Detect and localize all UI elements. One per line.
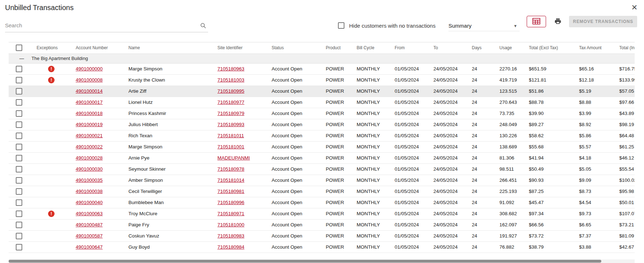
horizontal-scrollbar-thumb[interactable]	[9, 260, 601, 263]
status-cell: Account Open	[272, 119, 326, 130]
site-identifier-link[interactable]: 7105180981	[217, 189, 244, 194]
table-row[interactable]: 4901000028 Arnie Pye MADEUPANMI Account …	[9, 152, 635, 163]
table-row[interactable]: 4901000021 Rich Texan 7105181011 Account…	[9, 130, 635, 141]
excel-icon	[532, 18, 540, 26]
table-row[interactable]: 4901000040 Bumblebee Man 7105180996 Acco…	[9, 197, 635, 208]
row-checkbox[interactable]	[16, 188, 22, 195]
site-identifier-link[interactable]: 7105180993	[217, 122, 244, 127]
row-checkbox[interactable]	[16, 233, 22, 239]
product-cell: POWER	[326, 141, 357, 152]
table-row[interactable]: 4901000038 Cecil Terwilliger 7105180981 …	[9, 186, 635, 197]
account-number-link[interactable]: 4901000028	[76, 155, 103, 161]
account-number-link[interactable]: 4901000022	[76, 144, 103, 149]
total-incl-tax-cell: $97.66	[619, 97, 635, 108]
row-checkbox[interactable]	[16, 133, 22, 139]
row-checkbox[interactable]	[16, 99, 22, 106]
account-number-link[interactable]: 4901000018	[76, 111, 103, 116]
select-all-checkbox[interactable]	[16, 45, 22, 51]
account-number-link[interactable]: 4901000019	[76, 122, 103, 127]
site-identifier-link[interactable]: 7105180979	[217, 111, 244, 116]
account-number-link[interactable]: 4901000587	[76, 233, 103, 239]
print-button[interactable]	[549, 16, 567, 27]
row-checkbox[interactable]	[16, 121, 22, 128]
site-identifier-link[interactable]: 7105181001	[217, 144, 244, 149]
product-cell: POWER	[326, 219, 357, 230]
row-checkbox[interactable]	[16, 199, 22, 206]
usage-cell: 123.515	[499, 86, 529, 97]
bill-cycle-cell: MONTHLY	[357, 141, 395, 152]
account-number-link[interactable]: 4901000063	[76, 211, 103, 216]
account-number-link[interactable]: 4901000021	[76, 133, 103, 138]
collapse-group-icon[interactable]: —	[19, 56, 24, 61]
usage-cell: 308.682	[499, 208, 529, 219]
table-row[interactable]: 4901000030 Seymour Skinner 7105180978 Ac…	[9, 163, 635, 175]
account-number-link[interactable]: 4901000014	[76, 88, 103, 94]
site-identifier-link[interactable]: MADEUPANMI	[217, 155, 250, 161]
row-checkbox[interactable]	[16, 88, 22, 94]
product-cell: POWER	[326, 241, 357, 253]
search-input[interactable]	[5, 22, 199, 28]
hide-customers-checkbox[interactable]	[338, 22, 344, 29]
site-identifier-link[interactable]: 7105181011	[217, 133, 244, 138]
horizontal-scrollbar[interactable]	[9, 259, 635, 263]
total-incl-tax-cell: $50.01	[619, 197, 635, 208]
bill-cycle-cell: MONTHLY	[357, 230, 395, 241]
site-identifier-link[interactable]: 7105180978	[217, 166, 244, 172]
row-checkbox[interactable]	[16, 144, 22, 150]
row-checkbox[interactable]	[16, 77, 22, 83]
row-checkbox[interactable]	[16, 244, 22, 250]
view-mode-select[interactable]: Summary ▼	[448, 20, 520, 31]
account-number-link[interactable]: 4901000487	[76, 222, 103, 227]
table-row[interactable]: ! 4901000008 Krusty the Clown 7105181003…	[9, 74, 635, 86]
site-identifier-link[interactable]: 7105180995	[217, 88, 244, 94]
row-checkbox[interactable]	[16, 222, 22, 228]
table-row[interactable]: 4901000647 Guy Boyd 7105180984 Account O…	[9, 241, 635, 253]
row-checkbox[interactable]	[16, 66, 22, 72]
export-excel-button[interactable]	[527, 16, 546, 27]
table-row[interactable]: ! 4901000063 Troy McClure 7105180971 Acc…	[9, 208, 635, 219]
account-number-link[interactable]: 4901000017	[76, 100, 103, 105]
table-row[interactable]: 4901000014 Artie Ziff 7105180995 Account…	[9, 86, 635, 97]
site-identifier-link[interactable]: 7105181014	[217, 177, 244, 183]
account-number-link[interactable]: 4901000040	[76, 200, 103, 205]
account-number-link[interactable]: 4901000008	[76, 77, 103, 83]
account-number-link[interactable]: 4901000038	[76, 189, 103, 194]
product-cell: POWER	[326, 108, 357, 119]
table-row[interactable]: 4901000487 Paige Fry 7105181000 Account …	[9, 219, 635, 230]
account-number-link[interactable]: 4901000647	[76, 244, 103, 250]
exception-icon[interactable]: !	[48, 77, 55, 83]
account-number-link[interactable]: 4901000030	[76, 166, 103, 172]
account-number-link[interactable]: 4901000000	[76, 66, 103, 71]
row-checkbox[interactable]	[16, 166, 22, 172]
hide-customers-label[interactable]: Hide customers with no transactions	[349, 23, 436, 29]
table-row[interactable]: 4901000019 Julius Hibbert 7105180993 Acc…	[9, 119, 635, 130]
row-checkbox[interactable]	[16, 110, 22, 117]
close-icon[interactable]: ✕	[631, 4, 638, 11]
account-number-link[interactable]: 4901000035	[76, 177, 103, 183]
site-identifier-link[interactable]: 7105180963	[217, 66, 244, 71]
site-identifier-link[interactable]: 7105181003	[217, 77, 244, 83]
to-date-cell: 24/05/2024	[433, 108, 472, 119]
site-identifier-link[interactable]: 7105180996	[217, 200, 244, 205]
row-checkbox[interactable]	[16, 155, 22, 161]
row-checkbox[interactable]	[16, 177, 22, 184]
site-identifier-link[interactable]: 7105180971	[217, 211, 244, 216]
table-row[interactable]: 4901000587 Coskun Yavuz 7105180983 Accou…	[9, 230, 635, 241]
table-row[interactable]: ! 4901000000 Marge Simpson 7105180963 Ac…	[9, 63, 635, 74]
table-row[interactable]: 4901000022 Marge Simpson 7105181001 Acco…	[9, 141, 635, 152]
site-identifier-link[interactable]: 7105181000	[217, 222, 244, 227]
exception-icon[interactable]: !	[48, 211, 55, 217]
site-identifier-link[interactable]: 7105180977	[217, 100, 244, 105]
exception-icon[interactable]: !	[48, 66, 55, 72]
to-date-cell: 24/05/2024	[433, 241, 472, 253]
remove-transactions-button[interactable]: REMOVE TRANSACTIONS	[569, 16, 637, 27]
site-identifier-link[interactable]: 7105180983	[217, 233, 244, 239]
table-row[interactable]: 4901000017 Lionel Hutz 7105180977 Accoun…	[9, 97, 635, 108]
table-row[interactable]: 4901000035 Amber Simpson 7105181014 Acco…	[9, 175, 635, 186]
row-checkbox[interactable]	[16, 211, 22, 217]
to-date-cell: 24/05/2024	[433, 74, 472, 86]
total-incl-tax-cell: $107.07	[619, 208, 635, 219]
site-identifier-link[interactable]: 7105180984	[217, 244, 244, 250]
table-row[interactable]: 4901000018 Princess Kashmir 7105180979 A…	[9, 108, 635, 119]
chevron-down-icon: ▼	[513, 24, 517, 28]
